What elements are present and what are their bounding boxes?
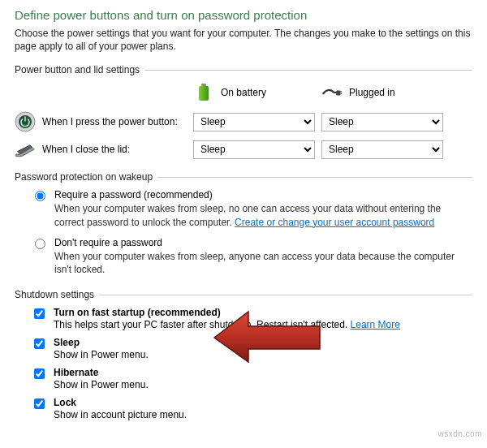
svg-rect-2 xyxy=(336,91,340,96)
require-password-desc: When your computer wakes from sleep, no … xyxy=(54,202,472,228)
column-battery-label: On battery xyxy=(221,87,266,98)
svg-rect-3 xyxy=(340,92,342,93)
column-plugged-label: Plugged in xyxy=(349,87,395,98)
lock-checkbox[interactable] xyxy=(34,398,45,409)
watermark: wsxdn.com xyxy=(437,429,482,438)
power-button-row: When I press the power button: Sleep Sle… xyxy=(15,111,472,132)
sleep-item: Sleep Show in Power menu. xyxy=(31,337,472,360)
svg-rect-4 xyxy=(340,93,342,94)
hibernate-checkbox[interactable] xyxy=(34,368,45,379)
require-password-option: Require a password (recommended) When yo… xyxy=(31,189,472,228)
power-button-plugged-select[interactable]: Sleep xyxy=(321,113,443,131)
close-lid-label: When I close the lid: xyxy=(42,144,130,155)
lock-desc: Show in account picture menu. xyxy=(54,409,187,420)
lock-label: Lock xyxy=(54,397,187,408)
require-password-label: Require a password (recommended) xyxy=(54,189,472,200)
column-headers: On battery Plugged in xyxy=(15,82,472,103)
no-password-option: Don't require a password When your compu… xyxy=(31,237,472,276)
require-password-radio[interactable] xyxy=(35,191,45,201)
fast-startup-item: Turn on fast startup (recommended) This … xyxy=(31,307,472,330)
svg-rect-0 xyxy=(201,84,206,86)
svg-rect-1 xyxy=(199,86,209,101)
page-title: Define power buttons and turn on passwor… xyxy=(15,8,472,22)
section-shutdown-settings: Shutdown settings xyxy=(15,289,472,300)
plug-icon xyxy=(321,82,343,103)
section-power-button-lid: Power button and lid settings xyxy=(15,64,472,75)
hibernate-desc: Show in Power menu. xyxy=(54,379,149,390)
hibernate-label: Hibernate xyxy=(54,367,149,378)
fast-startup-desc: This helps start your PC faster after sh… xyxy=(54,319,400,330)
close-lid-plugged-select[interactable]: Sleep xyxy=(321,140,443,159)
close-lid-battery-select[interactable]: Sleep xyxy=(193,140,315,159)
learn-more-link[interactable]: Learn More xyxy=(351,319,400,330)
sleep-checkbox[interactable] xyxy=(34,338,45,349)
laptop-lid-icon xyxy=(15,139,36,160)
page-description: Choose the power settings that you want … xyxy=(15,27,472,53)
fast-startup-checkbox[interactable] xyxy=(34,308,45,319)
power-button-label: When I press the power button: xyxy=(42,116,178,127)
lock-item: Lock Show in account picture menu. xyxy=(31,397,472,420)
create-password-link[interactable]: Create or change your user account passw… xyxy=(235,217,434,228)
power-button-battery-select[interactable]: Sleep xyxy=(193,113,315,131)
no-password-desc: When your computer wakes from sleep, any… xyxy=(54,250,472,276)
battery-icon xyxy=(193,82,214,103)
no-password-label: Don't require a password xyxy=(54,237,472,248)
no-password-radio[interactable] xyxy=(35,239,45,249)
sleep-desc: Show in Power menu. xyxy=(54,349,149,360)
sleep-label: Sleep xyxy=(54,337,149,348)
section-password-protection: Password protection on wakeup xyxy=(15,171,472,183)
power-button-icon xyxy=(15,111,36,132)
hibernate-item: Hibernate Show in Power menu. xyxy=(31,367,472,390)
close-lid-row: When I close the lid: Sleep Sleep xyxy=(15,139,472,160)
fast-startup-label: Turn on fast startup (recommended) xyxy=(54,307,400,318)
